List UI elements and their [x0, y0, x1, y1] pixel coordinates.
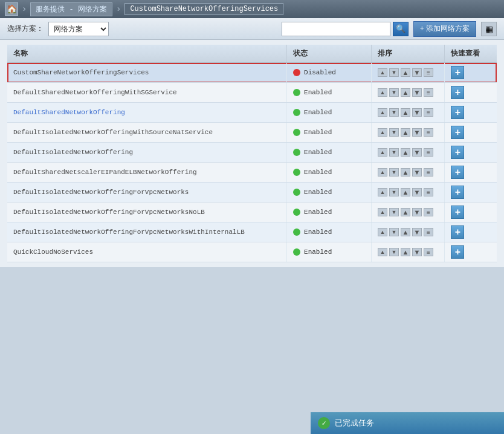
select-label: 选择方案： [7, 24, 44, 34]
sort-down-big-button[interactable]: ▼ [412, 168, 422, 177]
quick-add-button[interactable]: + [451, 86, 464, 99]
sort-up-small-button[interactable]: ▲ [378, 128, 387, 137]
search-input[interactable] [282, 22, 390, 36]
sort-down-big-button[interactable]: ▼ [412, 88, 422, 97]
cell-quick-view: + [445, 143, 497, 163]
split-view-button[interactable]: ▦ [481, 22, 497, 36]
quick-add-button[interactable]: + [451, 126, 464, 139]
sort-up-small-button[interactable]: ▲ [378, 148, 387, 157]
cell-status: Enabled [287, 202, 372, 222]
sort-up-small-button[interactable]: ▲ [378, 168, 387, 177]
cell-quick-view: + [445, 83, 497, 103]
name-link[interactable]: DefaultSharedNetworkOffering [13, 109, 125, 116]
sort-up-big-button[interactable]: ▲ [401, 108, 410, 117]
status-dot-green [293, 89, 300, 96]
table-row[interactable]: DefaultSharedNetscalerEIPandELBNetworkOf… [7, 163, 497, 183]
sort-up-big-button[interactable]: ▲ [401, 128, 410, 137]
quick-add-button[interactable]: + [451, 225, 464, 239]
quick-add-button[interactable]: + [451, 206, 464, 219]
table-row[interactable]: DefaultIsolatedNetworkOfferingForVpcNetw… [7, 183, 497, 202]
sort-down-small-button[interactable]: ▼ [389, 208, 399, 216]
sort-down-small-button[interactable]: ▼ [389, 148, 399, 157]
sort-up-small-button[interactable]: ▲ [378, 208, 387, 216]
sort-down-big-button[interactable]: ▼ [412, 108, 422, 117]
status-dot-green [293, 209, 300, 216]
sort-down-big-button[interactable]: ▼ [412, 68, 422, 77]
sort-menu-button[interactable]: ≡ [424, 88, 433, 97]
cell-sort: ▲ ▼ ▲ ▼ ≡ [371, 222, 445, 242]
sort-up-big-button[interactable]: ▲ [401, 188, 410, 196]
table-row[interactable]: DefaultSharedNetworkOfferingEnabled ▲ ▼ … [7, 103, 497, 123]
add-network-plan-button[interactable]: + 添加网络方案 [413, 21, 476, 37]
quick-add-button[interactable]: + [451, 186, 464, 199]
sort-up-big-button[interactable]: ▲ [401, 168, 410, 177]
status-dot-green [293, 228, 300, 236]
search-button[interactable]: 🔍 [393, 22, 409, 36]
sort-up-big-button[interactable]: ▲ [401, 148, 410, 157]
sort-up-big-button[interactable]: ▲ [401, 228, 410, 236]
sort-menu-button[interactable]: ≡ [424, 68, 433, 77]
quick-add-button[interactable]: + [451, 245, 464, 259]
sort-up-small-button[interactable]: ▲ [378, 228, 387, 236]
nav-separator-1: › [22, 4, 27, 14]
sort-up-big-button[interactable]: ▲ [401, 88, 410, 97]
sort-menu-button[interactable]: ≡ [424, 228, 433, 236]
quick-add-button[interactable]: + [451, 66, 464, 79]
status-right: ✓ 已完成任务 [311, 412, 504, 434]
sort-up-big-button[interactable]: ▲ [401, 68, 410, 77]
cell-quick-view: + [445, 202, 497, 222]
home-button[interactable]: 🏠 [5, 2, 18, 16]
sort-up-big-button[interactable]: ▲ [401, 248, 410, 256]
name-text: DefaultSharedNetworkOfferingWithSGServic… [13, 89, 177, 96]
sort-menu-button[interactable]: ≡ [424, 108, 433, 117]
sort-down-small-button[interactable]: ▼ [389, 188, 399, 196]
sort-down-small-button[interactable]: ▼ [389, 88, 399, 97]
table-row[interactable]: DefaultIsolatedNetworkOfferingEnabled ▲ … [7, 143, 497, 163]
sort-menu-button[interactable]: ≡ [424, 248, 433, 256]
status-label: Enabled [304, 129, 332, 136]
sort-down-small-button[interactable]: ▼ [389, 228, 399, 236]
table-row[interactable]: QuickCloudNoServicesEnabled ▲ ▼ ▲ ▼ ≡ + [7, 242, 497, 262]
quick-add-button[interactable]: + [451, 106, 464, 119]
sort-up-small-button[interactable]: ▲ [378, 108, 387, 117]
table-row[interactable]: DefaultIsolatedNetworkOfferingWithSource… [7, 123, 497, 143]
sort-down-big-button[interactable]: ▼ [412, 148, 422, 157]
sort-down-big-button[interactable]: ▼ [412, 128, 422, 137]
cell-quick-view: + [445, 242, 497, 262]
sort-down-big-button[interactable]: ▼ [412, 188, 422, 196]
sort-up-small-button[interactable]: ▲ [378, 68, 387, 77]
status-bar: ✓ 已完成任务 [0, 412, 504, 434]
toolbar: 选择方案： 网络方案 🔍 + 添加网络方案 ▦ [0, 18, 504, 40]
cell-quick-view: + [445, 123, 497, 143]
sort-down-big-button[interactable]: ▼ [412, 228, 422, 236]
sort-down-small-button[interactable]: ▼ [389, 168, 399, 177]
table-row[interactable]: DefaultSharedNetworkOfferingWithSGServic… [7, 83, 497, 103]
sort-down-small-button[interactable]: ▼ [389, 248, 399, 256]
sort-up-big-button[interactable]: ▲ [401, 208, 410, 216]
sort-down-small-button[interactable]: ▼ [389, 128, 399, 137]
sort-controls: ▲ ▼ ▲ ▼ ≡ [378, 108, 439, 117]
status-label: Disabled [304, 69, 336, 76]
sort-up-small-button[interactable]: ▲ [378, 248, 387, 256]
cell-name: DefaultIsolatedNetworkOffering [7, 143, 287, 163]
table-row[interactable]: CustomShareNetworkOfferingServicesDisabl… [7, 63, 497, 83]
breadcrumb-service-offering[interactable]: 服务提供 - 网络方案 [30, 2, 112, 16]
sort-menu-button[interactable]: ≡ [424, 188, 433, 196]
cell-name: QuickCloudNoServices [7, 242, 287, 262]
sort-down-big-button[interactable]: ▼ [412, 208, 422, 216]
quick-add-button[interactable]: + [451, 166, 464, 179]
sort-up-small-button[interactable]: ▲ [378, 188, 387, 196]
quick-add-button[interactable]: + [451, 146, 464, 159]
network-plan-select[interactable]: 网络方案 [48, 22, 109, 36]
sort-menu-button[interactable]: ≡ [424, 168, 433, 177]
sort-menu-button[interactable]: ≡ [424, 148, 433, 157]
sort-down-big-button[interactable]: ▼ [412, 248, 422, 256]
table-row[interactable]: DefaultIsolatedNetworkOfferingForVpcNetw… [7, 202, 497, 222]
sort-menu-button[interactable]: ≡ [424, 128, 433, 137]
sort-down-small-button[interactable]: ▼ [389, 68, 399, 77]
table-row[interactable]: DefaultIsolatedNetworkOfferingForVpcNetw… [7, 222, 497, 242]
breadcrumb-custom-share[interactable]: CustomShareNetworkOfferingServices [124, 3, 283, 15]
sort-up-small-button[interactable]: ▲ [378, 88, 387, 97]
sort-menu-button[interactable]: ≡ [424, 208, 433, 216]
sort-down-small-button[interactable]: ▼ [389, 108, 399, 117]
